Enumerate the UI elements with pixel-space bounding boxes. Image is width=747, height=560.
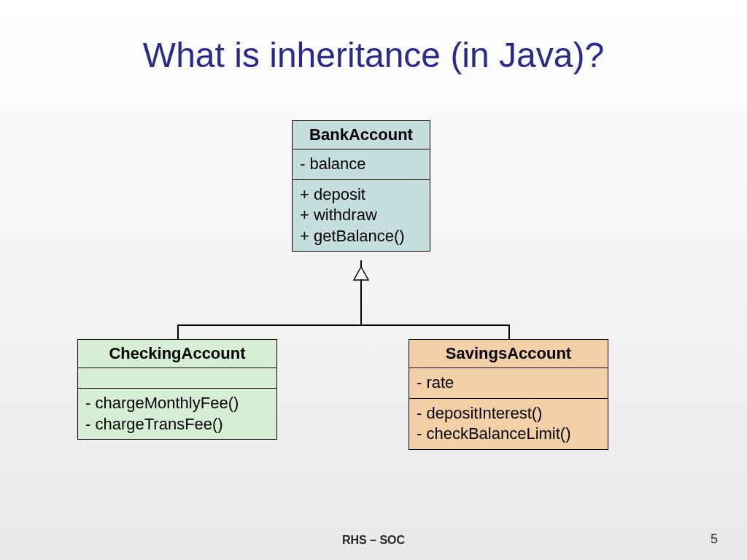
uml-class-bankaccount: BankAccount - balance + deposit + withdr… (292, 120, 430, 252)
uml-operations: - chargeMonthlyFee() - chargeTransFee() (78, 389, 276, 439)
uml-attributes: - rate (409, 368, 608, 399)
uml-class-name: BankAccount (293, 121, 430, 149)
uml-class-savingsaccount: SavingsAccount - rate - depositInterest(… (409, 339, 608, 450)
uml-class-checkingaccount: CheckingAccount - chargeMonthlyFee() - c… (77, 339, 277, 440)
inheritance-connector (508, 324, 510, 339)
uml-attributes: - balance (293, 149, 430, 180)
inheritance-connector (177, 324, 179, 339)
page-number: 5 (711, 532, 718, 547)
inheritance-connector (177, 324, 508, 326)
uml-operations: - depositInterest() - checkBalanceLimit(… (409, 399, 608, 449)
slide-title: What is inheritance (in Java)? (0, 35, 747, 75)
uml-attributes (78, 368, 276, 389)
uml-operations: + deposit + withdraw + getBalance() (293, 180, 430, 252)
inheritance-connector (360, 279, 362, 324)
uml-class-name: SavingsAccount (409, 340, 608, 368)
footer-text: RHS – SOC (0, 534, 747, 547)
svg-marker-0 (354, 267, 368, 280)
uml-class-name: CheckingAccount (78, 340, 276, 368)
